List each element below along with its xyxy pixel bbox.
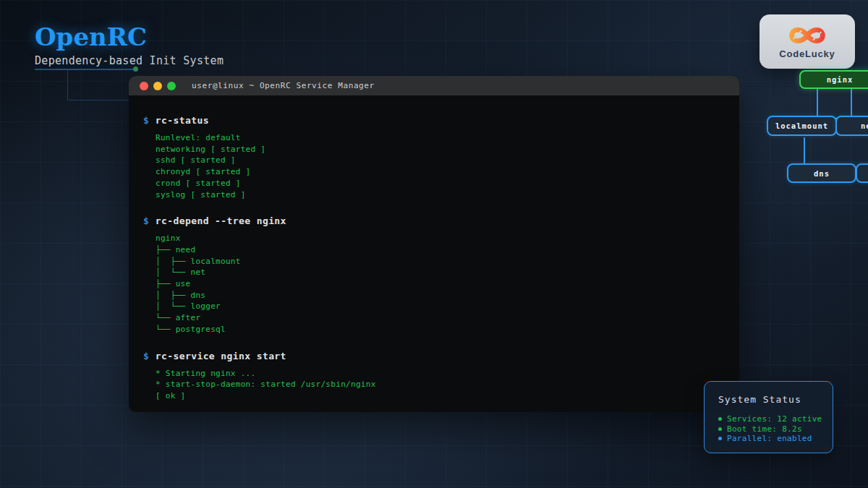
- output-line: networking [ started ]: [143, 144, 739, 155]
- tree-output-line: nginx: [143, 233, 739, 244]
- status-item-boot-time: Boot time: 8.2s: [718, 424, 833, 435]
- page-subtitle: Dependency-based Init System: [35, 54, 224, 67]
- status-dot-icon: [718, 417, 722, 421]
- maximize-window-icon[interactable]: [167, 82, 176, 90]
- node-label: net: [861, 121, 868, 130]
- node-label: nginx: [827, 75, 854, 84]
- graph-node-localmount: localmount: [767, 116, 837, 136]
- graph-node-nginx: nginx: [799, 70, 868, 89]
- output-line: crond [ started ]: [143, 178, 739, 189]
- subtitle-underline: [35, 69, 135, 70]
- output-line: [ ok ]: [143, 390, 739, 402]
- system-status-panel: System Status Services: 12 active Boot t…: [704, 381, 833, 453]
- command-text: rc-status: [156, 115, 209, 126]
- command-text: rc-depend --tree nginx: [156, 215, 286, 226]
- status-item-label: Boot time: 8.2s: [727, 424, 802, 435]
- close-window-icon[interactable]: [140, 82, 148, 90]
- tree-output-line: │ └── logger: [143, 301, 739, 312]
- graph-node-logger: logger: [856, 163, 868, 183]
- tree-output-line: ├── need: [143, 244, 739, 256]
- output-line: syslog [ started ]: [143, 189, 739, 201]
- status-item-label: Parallel: enabled: [727, 434, 812, 444]
- codelucky-brand-card: CodeLucky: [760, 14, 855, 69]
- tree-output-line: │ ├── dns: [143, 290, 739, 301]
- command-text: rc-service nginx start: [156, 351, 286, 361]
- node-label: localmount: [775, 121, 828, 130]
- graph-node-dns: dns: [787, 163, 856, 183]
- brand-name: CodeLucky: [779, 48, 835, 59]
- infinity-leaf-icon: [785, 24, 830, 47]
- terminal-section-rc-status: $rc-status Runlevel: default networking …: [143, 115, 739, 200]
- graph-node-net: net: [835, 116, 868, 136]
- tree-output-line: └── after: [143, 312, 739, 324]
- tree-output-line: │ └── net: [143, 267, 739, 278]
- terminal-titlebar: user@linux ~ OpenRC Service Manager: [129, 76, 739, 95]
- output-line: * Starting nginx ...: [143, 368, 739, 380]
- status-item-parallel: Parallel: enabled: [718, 434, 833, 444]
- status-dot-icon: [718, 437, 722, 440]
- tree-output-line: │ ├── localmount: [143, 256, 739, 267]
- output-line: Runlevel: default: [143, 132, 739, 144]
- openrc-infographic: { "page": { "title": "OpenRC", "subtitle…: [0, 0, 868, 488]
- terminal-section-rc-service: $rc-service nginx start * Starting nginx…: [143, 351, 739, 402]
- status-dot-icon: [718, 427, 722, 431]
- tree-output-line: └── postgresql: [143, 324, 739, 335]
- node-label: dns: [814, 169, 830, 178]
- status-panel-title: System Status: [718, 394, 833, 405]
- page-title: OpenRC: [35, 22, 147, 51]
- underline-end-dot: [133, 67, 138, 72]
- terminal-window: user@linux ~ OpenRC Service Manager $rc-…: [129, 76, 739, 412]
- prompt-line: $rc-depend --tree nginx: [143, 215, 739, 226]
- prompt-symbol: $: [143, 115, 149, 126]
- prompt-symbol: $: [143, 215, 149, 226]
- prompt-line: $rc-status: [143, 115, 739, 126]
- decor-connector-horizontal: [67, 100, 129, 100]
- decor-connector-vertical: [67, 70, 68, 100]
- output-line: sshd [ started ]: [143, 155, 739, 166]
- output-line: * start-stop-daemon: started /usr/sbin/n…: [143, 379, 739, 390]
- tree-output-line: ├── use: [143, 278, 739, 290]
- terminal-title: user@linux ~ OpenRC Service Manager: [192, 81, 375, 90]
- minimize-window-icon[interactable]: [153, 82, 162, 90]
- edge-nginx-localmount: [817, 89, 818, 118]
- terminal-content: $rc-status Runlevel: default networking …: [129, 95, 739, 402]
- edge-nginx-net: [851, 89, 852, 119]
- output-line: chronyd [ started ]: [143, 166, 739, 178]
- prompt-line: $rc-service nginx start: [143, 351, 739, 361]
- status-item-label: Services: 12 active: [727, 414, 822, 424]
- terminal-section-rc-depend: $rc-depend --tree nginx nginx ├── need │…: [143, 215, 739, 335]
- prompt-symbol: $: [143, 351, 149, 361]
- status-item-services: Services: 12 active: [718, 414, 833, 424]
